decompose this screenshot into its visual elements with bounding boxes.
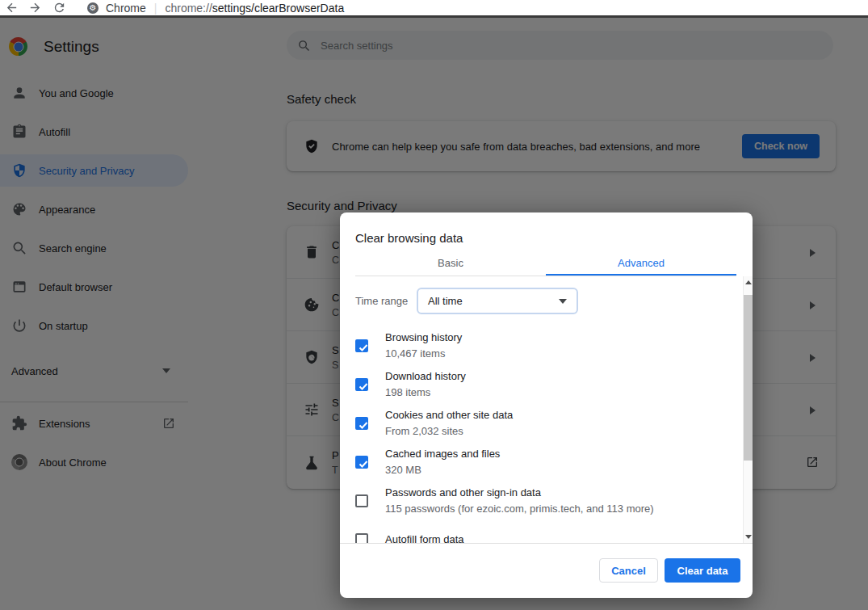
item-passwords[interactable]: Passwords and other sign-in data115 pass… <box>355 482 753 520</box>
item-detail: From 2,032 sites <box>385 423 513 440</box>
item-label: Cookies and other site data <box>385 407 513 423</box>
dialog-footer: Cancel Clear data <box>340 543 753 597</box>
browser-toolbar: ⚙ Chrome | chrome://settings/clearBrowse… <box>0 0 868 18</box>
item-label: Cached images and files <box>385 446 500 462</box>
url-scheme: chrome:// <box>165 2 212 15</box>
dropdown-caret-icon <box>559 299 567 304</box>
scrollbar-thumb[interactable] <box>744 295 753 461</box>
forward-icon[interactable] <box>28 1 42 15</box>
item-detail: 198 items <box>385 385 466 401</box>
item-browsing-history[interactable]: Browsing history10,467 items <box>355 326 753 365</box>
time-range-row: Time range All time <box>355 288 753 314</box>
time-range-label: Time range <box>355 295 417 307</box>
dialog-scrollbar[interactable] <box>743 276 753 543</box>
back-icon[interactable] <box>5 1 19 15</box>
reload-icon[interactable] <box>52 1 66 15</box>
clear-data-button[interactable]: Clear data <box>665 558 740 583</box>
item-label: Download history <box>385 368 466 385</box>
item-detail: 115 passwords (for ezoic.com, primis.tec… <box>385 501 654 517</box>
item-autofill-form-data[interactable]: Autofill form data <box>355 520 753 543</box>
url-separator: | <box>154 2 157 15</box>
checkbox[interactable] <box>355 533 368 543</box>
url-bar[interactable]: chrome://settings/clearBrowserData <box>165 2 344 15</box>
settings-favicon-icon: ⚙ <box>87 2 99 14</box>
time-range-select[interactable]: All time <box>417 288 578 314</box>
dialog-header: Clear browsing data Basic Advanced <box>340 212 753 276</box>
checkbox[interactable] <box>355 339 368 352</box>
checkbox[interactable] <box>355 456 368 469</box>
scroll-down-icon[interactable] <box>744 532 753 541</box>
checkbox[interactable] <box>355 417 368 430</box>
item-detail: 10,467 items <box>385 346 462 362</box>
clear-browsing-data-dialog: Clear browsing data Basic Advanced Time … <box>340 212 753 598</box>
tab-advanced[interactable]: Advanced <box>546 253 736 276</box>
tab-title: Chrome <box>106 2 146 15</box>
item-cookies[interactable]: Cookies and other site dataFrom 2,032 si… <box>355 404 753 443</box>
dialog-title: Clear browsing data <box>355 230 736 246</box>
checkbox[interactable] <box>355 494 368 507</box>
checkbox[interactable] <box>355 378 368 391</box>
item-detail: 320 MB <box>385 462 500 478</box>
item-label: Autofill form data <box>385 532 464 543</box>
cancel-button[interactable]: Cancel <box>599 558 658 583</box>
scroll-up-icon[interactable] <box>744 278 753 288</box>
item-download-history[interactable]: Download history198 items <box>355 365 753 404</box>
dialog-body: Time range All time Browsing history10,4… <box>340 276 753 543</box>
item-label: Passwords and other sign-in data <box>385 485 654 501</box>
url-path: settings/clearBrowserData <box>212 2 344 15</box>
item-cached-images[interactable]: Cached images and files320 MB <box>355 443 753 482</box>
dialog-tabs: Basic Advanced <box>355 253 736 276</box>
tab-basic[interactable]: Basic <box>355 253 546 276</box>
item-label: Browsing history <box>385 330 462 346</box>
data-types-list: Browsing history10,467 items Download hi… <box>355 326 753 543</box>
time-range-value: All time <box>428 295 463 307</box>
